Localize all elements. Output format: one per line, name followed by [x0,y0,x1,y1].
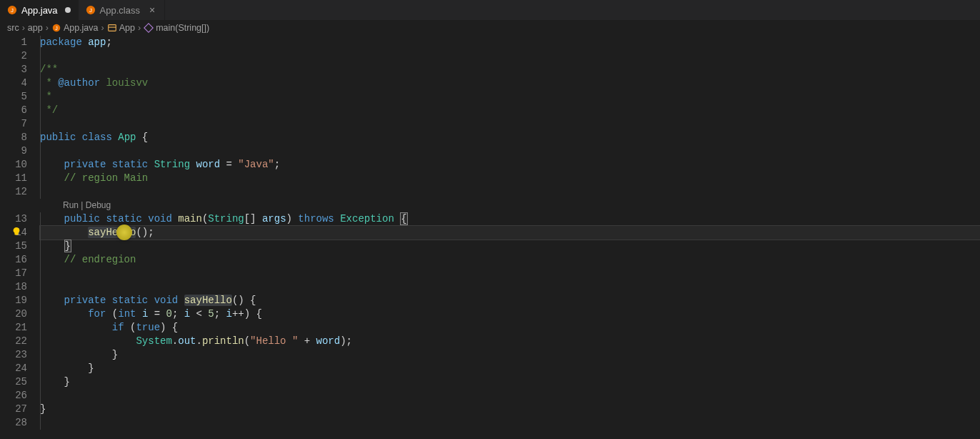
line-number: 7 [0,117,27,131]
line-number: 5 [0,90,27,104]
code-line[interactable]: private static String word = "Java"; [40,158,980,172]
line-number: 24 [0,362,27,375]
line-number: 4 [0,77,27,90]
line-number: 28 [0,416,27,430]
line-number: 23 [0,348,27,362]
line-number: 26 [0,389,27,403]
code-line[interactable]: System.out.println("Hello " + word); [40,335,980,348]
code-line[interactable] [40,144,980,158]
breadcrumb-src[interactable]: src [7,23,19,33]
breadcrumb-method[interactable]: main(String[]) [144,23,209,33]
code-line[interactable]: package app; [40,36,980,49]
tab-label: App.class [100,5,140,16]
code-line[interactable] [40,267,980,280]
java-icon: J [7,5,17,15]
line-number: 16 [0,253,27,267]
line-number: 18 [0,280,27,294]
breadcrumb-file[interactable]: J App.java [51,23,99,33]
tab-app-java[interactable]: J App.java [0,0,79,20]
close-icon[interactable]: × [147,5,157,15]
line-number: 1 [0,36,27,49]
line-number: 19 [0,294,27,307]
svg-text:J: J [11,7,14,14]
tab-app-class[interactable]: J App.class × [79,0,165,20]
svg-text:J: J [89,7,92,14]
chevron-right-icon: › [46,23,49,33]
line-number: 10 [0,158,27,172]
tab-modified-dot [65,7,71,13]
code-line[interactable]: } [40,348,980,362]
line-number: 20 [0,307,27,321]
line-number-gutter: 1234567891011121314151617181920212223242… [0,36,40,439]
code-line[interactable]: /** [40,63,980,77]
breadcrumbs: src › app › J App.java › App › main(Stri… [0,20,980,36]
mouse-cursor-highlight [116,225,132,240]
code-line[interactable] [40,185,980,199]
line-number: 9 [0,144,27,158]
java-icon: J [51,23,61,33]
svg-rect-6 [108,25,116,31]
code-line[interactable]: // endregion [40,253,980,267]
line-number: 2 [0,49,27,63]
code-line[interactable]: } [40,240,980,253]
code-line[interactable]: * @author louisvv [40,77,980,90]
editor-tabs: J App.java J App.class × [0,0,980,20]
code-line[interactable] [40,280,980,294]
code-line[interactable] [40,389,980,403]
class-icon [107,23,117,33]
codelens-run[interactable]: Run [63,200,79,210]
code-editor[interactable]: 1234567891011121314151617181920212223242… [0,36,980,439]
code-line[interactable]: * [40,90,980,104]
chevron-right-icon: › [101,23,104,33]
code-line[interactable] [40,49,980,63]
breadcrumb-app[interactable]: app [28,23,43,33]
line-number: 25 [0,375,27,389]
code-line[interactable]: */ [40,104,980,117]
svg-rect-8 [144,24,153,32]
code-line[interactable]: // region Main [40,172,980,185]
code-line[interactable]: for (int i = 0; i < 5; i++) { [40,307,980,321]
method-icon [144,23,154,33]
codelens: Run | Debug [40,199,980,212]
chevron-right-icon: › [22,23,25,33]
svg-text:J: J [55,26,58,31]
code-line[interactable] [40,117,980,131]
code-line[interactable]: } [40,403,980,416]
tab-label: App.java [21,5,58,16]
line-number: 15 [0,240,27,253]
code-line[interactable]: private static void sayHello() { [40,294,980,307]
code-line[interactable]: } [40,375,980,389]
code-area[interactable]: package app;/** * @author louisvv * */pu… [40,36,980,439]
line-number: 22 [0,335,27,348]
line-number: 13 [0,212,27,226]
breadcrumb-class[interactable]: App [107,23,135,33]
line-number: 6 [0,104,27,117]
line-number: 8 [0,131,27,144]
line-number: 11 [0,172,27,185]
code-line[interactable] [40,416,980,430]
code-line[interactable]: sayHello(); [40,226,980,240]
codelens-debug[interactable]: Debug [86,200,111,210]
line-number: 12 [0,185,27,199]
chevron-right-icon: › [138,23,141,33]
code-line[interactable]: public static void main(String[] args) t… [40,212,980,226]
code-line[interactable]: if (true) { [40,321,980,335]
line-number: 17 [0,267,27,280]
code-line[interactable]: public class App { [40,131,980,144]
line-number: 3 [0,63,27,77]
lightbulb-icon[interactable] [11,227,21,237]
line-number: 21 [0,321,27,335]
line-number: 27 [0,403,27,416]
code-line[interactable]: } [40,362,980,375]
java-icon: J [86,5,96,15]
